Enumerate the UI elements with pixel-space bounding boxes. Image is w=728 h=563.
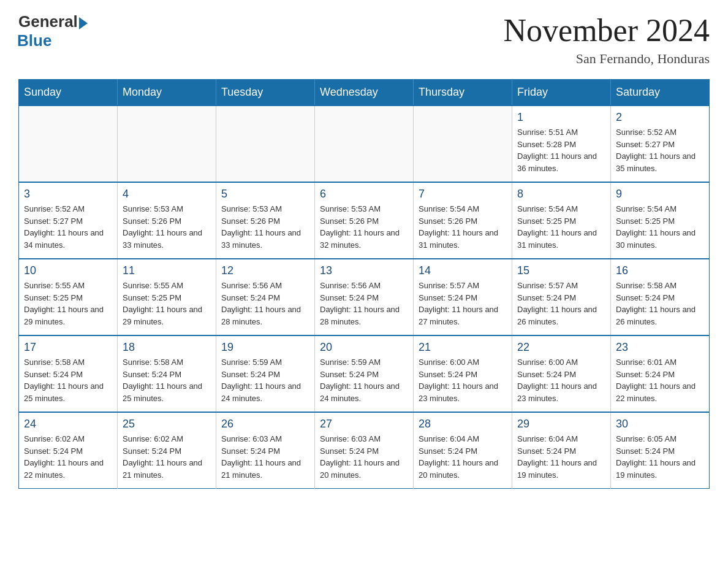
day-number: 2: [616, 111, 704, 124]
day-number: 9: [616, 188, 704, 201]
logo-top: General: [18, 12, 88, 31]
calendar-day: [216, 105, 315, 182]
calendar-day: 20Sunrise: 5:59 AMSunset: 5:24 PMDayligh…: [315, 335, 414, 412]
day-number: 16: [616, 264, 704, 277]
calendar-day: [19, 105, 118, 182]
logo-arrow-icon: [79, 17, 88, 29]
calendar-day: 6Sunrise: 5:53 AMSunset: 5:26 PMDaylight…: [315, 182, 414, 259]
day-number: 18: [123, 341, 211, 354]
day-number: 3: [24, 188, 112, 201]
day-info: Sunrise: 5:54 AMSunset: 5:25 PMDaylight:…: [616, 203, 704, 251]
day-header-sunday: Sunday: [19, 80, 118, 106]
calendar-day: 17Sunrise: 5:58 AMSunset: 5:24 PMDayligh…: [19, 335, 118, 412]
day-header-tuesday: Tuesday: [216, 80, 315, 106]
day-info: Sunrise: 5:53 AMSunset: 5:26 PMDaylight:…: [123, 203, 211, 251]
day-info: Sunrise: 5:58 AMSunset: 5:24 PMDaylight:…: [123, 356, 211, 404]
calendar-day: 27Sunrise: 6:03 AMSunset: 5:24 PMDayligh…: [315, 412, 414, 489]
day-number: 19: [221, 341, 309, 354]
day-info: Sunrise: 6:02 AMSunset: 5:24 PMDaylight:…: [123, 433, 211, 481]
calendar-day: 9Sunrise: 5:54 AMSunset: 5:25 PMDaylight…: [611, 182, 710, 259]
day-info: Sunrise: 5:59 AMSunset: 5:24 PMDaylight:…: [221, 356, 309, 404]
day-info: Sunrise: 6:02 AMSunset: 5:24 PMDaylight:…: [24, 433, 112, 481]
page-header: General Blue November 2024 San Fernando,…: [18, 12, 710, 67]
logo-blue-text: Blue: [17, 31, 51, 50]
calendar-day: 22Sunrise: 6:00 AMSunset: 5:24 PMDayligh…: [512, 335, 611, 412]
calendar-day: 2Sunrise: 5:52 AMSunset: 5:27 PMDaylight…: [611, 105, 710, 182]
day-info: Sunrise: 5:55 AMSunset: 5:25 PMDaylight:…: [123, 280, 211, 327]
day-number: 1: [517, 111, 605, 124]
calendar-day: 28Sunrise: 6:04 AMSunset: 5:24 PMDayligh…: [414, 412, 512, 489]
day-number: 11: [123, 264, 211, 277]
calendar-day: 10Sunrise: 5:55 AMSunset: 5:25 PMDayligh…: [19, 259, 118, 335]
calendar-day: 29Sunrise: 6:04 AMSunset: 5:24 PMDayligh…: [512, 412, 611, 489]
logo-general-text: General: [18, 12, 78, 31]
calendar-day: 25Sunrise: 6:02 AMSunset: 5:24 PMDayligh…: [118, 412, 216, 489]
day-number: 23: [616, 341, 704, 354]
calendar-week-5: 24Sunrise: 6:02 AMSunset: 5:24 PMDayligh…: [19, 412, 710, 489]
day-number: 24: [24, 418, 112, 431]
day-number: 5: [221, 188, 309, 201]
day-info: Sunrise: 5:52 AMSunset: 5:27 PMDaylight:…: [616, 126, 704, 174]
day-number: 21: [419, 341, 507, 354]
calendar-day: [414, 105, 512, 182]
day-info: Sunrise: 5:53 AMSunset: 5:26 PMDaylight:…: [221, 203, 309, 251]
calendar-day: 7Sunrise: 5:54 AMSunset: 5:26 PMDaylight…: [414, 182, 512, 259]
calendar-day: 21Sunrise: 6:00 AMSunset: 5:24 PMDayligh…: [414, 335, 512, 412]
day-header-friday: Friday: [512, 80, 611, 106]
day-info: Sunrise: 5:58 AMSunset: 5:24 PMDaylight:…: [616, 280, 704, 327]
day-info: Sunrise: 5:57 AMSunset: 5:24 PMDaylight:…: [517, 280, 605, 327]
day-number: 13: [320, 264, 408, 277]
day-info: Sunrise: 5:54 AMSunset: 5:26 PMDaylight:…: [419, 203, 507, 251]
calendar-day: [315, 105, 414, 182]
day-number: 15: [517, 264, 605, 277]
day-number: 30: [616, 418, 704, 431]
day-number: 25: [123, 418, 211, 431]
calendar-header: SundayMondayTuesdayWednesdayThursdayFrid…: [19, 80, 710, 106]
day-number: 17: [24, 341, 112, 354]
calendar-table: SundayMondayTuesdayWednesdayThursdayFrid…: [18, 79, 710, 489]
calendar-day: 11Sunrise: 5:55 AMSunset: 5:25 PMDayligh…: [118, 259, 216, 335]
calendar-day: 5Sunrise: 5:53 AMSunset: 5:26 PMDaylight…: [216, 182, 315, 259]
day-number: 8: [517, 188, 605, 201]
calendar-week-2: 3Sunrise: 5:52 AMSunset: 5:27 PMDaylight…: [19, 182, 710, 259]
day-number: 29: [517, 418, 605, 431]
calendar-day: 4Sunrise: 5:53 AMSunset: 5:26 PMDaylight…: [118, 182, 216, 259]
calendar-day: 16Sunrise: 5:58 AMSunset: 5:24 PMDayligh…: [611, 259, 710, 335]
day-info: Sunrise: 6:00 AMSunset: 5:24 PMDaylight:…: [517, 356, 605, 404]
day-info: Sunrise: 5:51 AMSunset: 5:28 PMDaylight:…: [517, 126, 605, 174]
day-info: Sunrise: 5:57 AMSunset: 5:24 PMDaylight:…: [419, 280, 507, 327]
day-info: Sunrise: 6:04 AMSunset: 5:24 PMDaylight:…: [419, 433, 507, 481]
day-number: 7: [419, 188, 507, 201]
day-info: Sunrise: 5:56 AMSunset: 5:24 PMDaylight:…: [221, 280, 309, 327]
day-info: Sunrise: 5:59 AMSunset: 5:24 PMDaylight:…: [320, 356, 408, 404]
calendar-week-4: 17Sunrise: 5:58 AMSunset: 5:24 PMDayligh…: [19, 335, 710, 412]
day-number: 12: [221, 264, 309, 277]
day-header-monday: Monday: [118, 80, 216, 106]
calendar-body: 1Sunrise: 5:51 AMSunset: 5:28 PMDaylight…: [19, 105, 710, 489]
calendar-day: 30Sunrise: 6:05 AMSunset: 5:24 PMDayligh…: [611, 412, 710, 489]
calendar-day: 23Sunrise: 6:01 AMSunset: 5:24 PMDayligh…: [611, 335, 710, 412]
month-title: November 2024: [504, 12, 710, 48]
calendar-day: 26Sunrise: 6:03 AMSunset: 5:24 PMDayligh…: [216, 412, 315, 489]
day-info: Sunrise: 6:03 AMSunset: 5:24 PMDaylight:…: [320, 433, 408, 481]
title-area: November 2024 San Fernando, Honduras: [504, 12, 710, 67]
day-info: Sunrise: 6:05 AMSunset: 5:24 PMDaylight:…: [616, 433, 704, 481]
day-info: Sunrise: 5:55 AMSunset: 5:25 PMDaylight:…: [24, 280, 112, 327]
calendar-day: 13Sunrise: 5:56 AMSunset: 5:24 PMDayligh…: [315, 259, 414, 335]
day-number: 20: [320, 341, 408, 354]
calendar-day: 12Sunrise: 5:56 AMSunset: 5:24 PMDayligh…: [216, 259, 315, 335]
calendar-day: 24Sunrise: 6:02 AMSunset: 5:24 PMDayligh…: [19, 412, 118, 489]
day-info: Sunrise: 5:54 AMSunset: 5:25 PMDaylight:…: [517, 203, 605, 251]
day-info: Sunrise: 6:00 AMSunset: 5:24 PMDaylight:…: [419, 356, 507, 404]
calendar-day: 8Sunrise: 5:54 AMSunset: 5:25 PMDaylight…: [512, 182, 611, 259]
day-number: 10: [24, 264, 112, 277]
day-number: 6: [320, 188, 408, 201]
day-number: 28: [419, 418, 507, 431]
calendar-day: 18Sunrise: 5:58 AMSunset: 5:24 PMDayligh…: [118, 335, 216, 412]
day-number: 22: [517, 341, 605, 354]
day-number: 4: [123, 188, 211, 201]
location-subtitle: San Fernando, Honduras: [504, 51, 710, 67]
calendar-week-3: 10Sunrise: 5:55 AMSunset: 5:25 PMDayligh…: [19, 259, 710, 335]
day-header-saturday: Saturday: [611, 80, 710, 106]
day-info: Sunrise: 5:52 AMSunset: 5:27 PMDaylight:…: [24, 203, 112, 251]
